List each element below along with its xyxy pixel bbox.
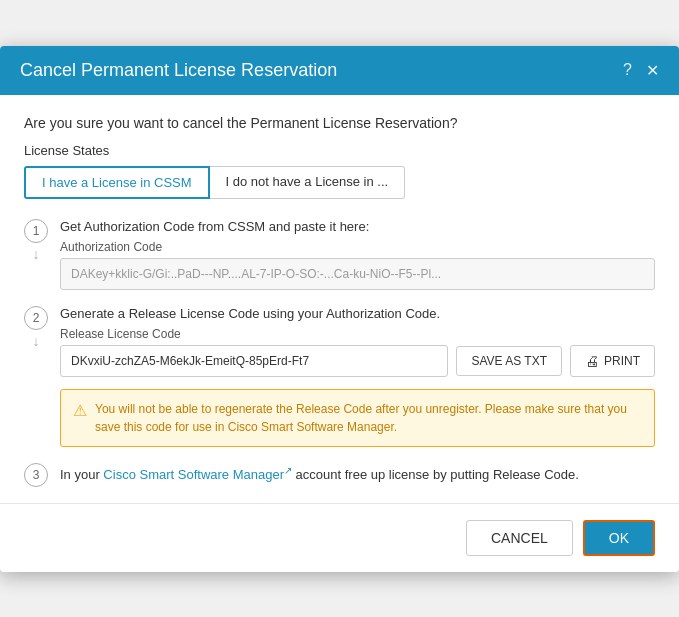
external-link-icon: ↗ <box>284 465 292 476</box>
print-icon: 🖨 <box>585 353 599 369</box>
step1-content: Get Authorization Code from CSSM and pas… <box>60 219 655 290</box>
warning-icon: ⚠ <box>73 401 87 420</box>
step2-description: Generate a Release License Code using yo… <box>60 306 655 321</box>
save-as-txt-label: SAVE AS TXT <box>471 354 547 368</box>
step1-section: 1 ↓ Get Authorization Code from CSSM and… <box>24 219 655 290</box>
auth-code-label: Authorization Code <box>60 240 655 254</box>
step2-content: Generate a Release License Code using yo… <box>60 306 655 447</box>
step2-circle: 2 <box>24 306 48 330</box>
save-as-txt-button[interactable]: SAVE AS TXT <box>456 346 562 376</box>
dialog-footer: CANCEL OK <box>0 503 679 572</box>
step1-arrow: ↓ <box>33 246 40 262</box>
tab-no-license[interactable]: I do not have a License in ... <box>210 166 406 199</box>
step3-text-after: account free up license by putting Relea… <box>292 467 579 482</box>
step2-section: 2 ↓ Generate a Release License Code usin… <box>24 306 655 447</box>
tab-have-license[interactable]: I have a License in CSSM <box>24 166 210 199</box>
tab-group: I have a License in CSSM I do not have a… <box>24 166 655 199</box>
step3-circle: 3 <box>24 463 48 487</box>
auth-code-field[interactable]: DAKey+kklic-G/Gi:..PaD---NP....AL-7-IP-O… <box>60 258 655 290</box>
step3-col: 3 <box>24 463 48 487</box>
step1-col: 1 ↓ <box>24 219 48 262</box>
confirm-text: Are you sure you want to cancel the Perm… <box>24 115 655 131</box>
header-icons: ? ✕ <box>623 61 659 80</box>
step1-description: Get Authorization Code from CSSM and pas… <box>60 219 655 234</box>
step3-content: In your Cisco Smart Software Manager↗ ac… <box>60 463 655 485</box>
help-icon[interactable]: ? <box>623 61 632 79</box>
close-icon[interactable]: ✕ <box>646 61 659 80</box>
license-states-label: License States <box>24 143 655 158</box>
step1-circle: 1 <box>24 219 48 243</box>
step2-arrow: ↓ <box>33 333 40 349</box>
step3-text: In your Cisco Smart Software Manager↗ ac… <box>60 463 655 485</box>
cancel-button[interactable]: CANCEL <box>466 520 573 556</box>
dialog-header: Cancel Permanent License Reservation ? ✕ <box>0 46 679 95</box>
dialog: Cancel Permanent License Reservation ? ✕… <box>0 46 679 572</box>
warning-text: You will not be able to regenerate the R… <box>95 400 642 436</box>
cssm-link[interactable]: Cisco Smart Software Manager↗ <box>103 467 292 482</box>
step2-col: 2 ↓ <box>24 306 48 349</box>
release-code-input[interactable] <box>60 345 448 377</box>
print-button[interactable]: 🖨 PRINT <box>570 345 655 377</box>
dialog-title: Cancel Permanent License Reservation <box>20 60 337 81</box>
step3-text-before: In your <box>60 467 103 482</box>
step3-section: 3 In your Cisco Smart Software Manager↗ … <box>24 463 655 487</box>
warning-box: ⚠ You will not be able to regenerate the… <box>60 389 655 447</box>
release-code-row: SAVE AS TXT 🖨 PRINT <box>60 345 655 377</box>
ok-button[interactable]: OK <box>583 520 655 556</box>
release-code-label: Release License Code <box>60 327 655 341</box>
dialog-body: Are you sure you want to cancel the Perm… <box>0 95 679 487</box>
print-label: PRINT <box>604 354 640 368</box>
